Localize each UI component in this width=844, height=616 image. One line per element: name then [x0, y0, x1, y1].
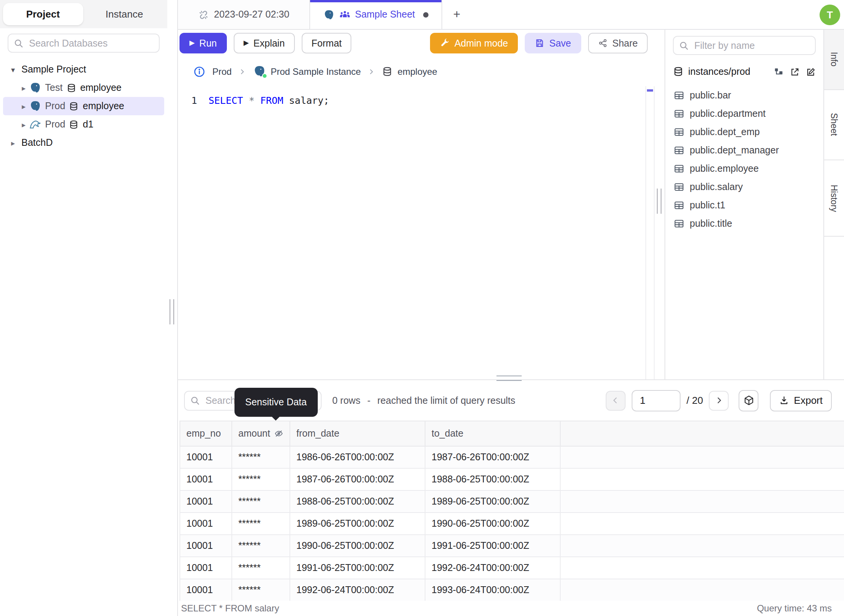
tree-item-prod-employee[interactable]: ▸ Prod employee: [3, 97, 164, 115]
unlink-icon: [198, 9, 209, 20]
table-row[interactable]: 10001 ****** 1988-06-25T00:00:00Z 1989-0…: [179, 491, 844, 513]
info-icon[interactable]: [193, 65, 205, 77]
pagination: / 20 Export: [605, 390, 832, 411]
cube-icon: [743, 395, 755, 406]
save-button[interactable]: Save: [525, 33, 581, 53]
table-row[interactable]: 10001 ****** 1991-06-25T00:00:00Z 1992-0…: [179, 557, 844, 579]
tab-instance[interactable]: Instance: [84, 3, 164, 25]
save-icon: [535, 38, 545, 48]
results-resizer-handle[interactable]: [496, 376, 522, 381]
column-header-to-date[interactable]: to_date: [425, 421, 561, 446]
caret-down-icon[interactable]: ▾: [8, 65, 18, 74]
data-visualization-button[interactable]: [739, 390, 759, 411]
sql-editor[interactable]: 1 SELECT * FROM salary;: [178, 86, 655, 379]
database-name: d1: [83, 119, 94, 130]
caret-right-icon[interactable]: ▸: [18, 120, 29, 129]
tree-item-batchd[interactable]: ▸ BatchD: [3, 134, 164, 152]
user-avatar[interactable]: T: [820, 4, 840, 25]
download-icon: [779, 395, 789, 405]
cell-amount-masked: ******: [232, 447, 290, 468]
schema-table-item[interactable]: public.department: [673, 105, 816, 123]
format-button[interactable]: Format: [302, 33, 352, 53]
breadcrumb-instance[interactable]: Prod Sample Instance: [253, 65, 361, 78]
schema-table-label: public.employee: [690, 163, 759, 174]
filter-by-name-input[interactable]: [673, 36, 816, 55]
admin-mode-button[interactable]: Admin mode: [430, 33, 518, 53]
schema-table-label: public.department: [690, 108, 766, 119]
table-row[interactable]: 10001 ****** 1989-06-25T00:00:00Z 1990-0…: [179, 513, 844, 535]
tree-item-sample-project[interactable]: ▾ Sample Project: [3, 60, 164, 79]
schema-diagram-icon[interactable]: [774, 67, 784, 77]
next-page-button[interactable]: [709, 390, 729, 410]
schema-table-item[interactable]: public.salary: [673, 178, 816, 196]
schema-table-item[interactable]: public.t1: [673, 196, 816, 214]
column-header-emp-no[interactable]: emp_no: [180, 421, 232, 446]
breadcrumb-database[interactable]: employee: [382, 66, 437, 77]
caret-right-icon[interactable]: ▸: [8, 139, 18, 147]
database-icon: [69, 101, 79, 111]
results-summary: 0 rows - reached the limit of query resu…: [332, 395, 515, 406]
schema-table-item[interactable]: public.employee: [673, 160, 816, 178]
column-header-amount[interactable]: amount: [232, 421, 290, 446]
table-row[interactable]: 10001 ****** 1987-06-26T00:00:00Z 1988-0…: [179, 469, 844, 491]
table-row[interactable]: 10001 ****** 1992-06-24T00:00:00Z 1993-0…: [179, 579, 844, 601]
eye-off-icon[interactable]: [274, 429, 283, 438]
executed-sql: SELECT * FROM salary: [181, 603, 279, 614]
breadcrumb-environment[interactable]: Prod: [212, 66, 232, 77]
export-button[interactable]: Export: [770, 390, 832, 411]
play-icon: ▶: [189, 40, 195, 47]
new-tab-button[interactable]: +: [442, 0, 471, 29]
search-icon: [14, 38, 24, 48]
tab-sheet[interactable]: Sheet: [824, 90, 844, 160]
cell-emp-no: 10001: [180, 469, 232, 490]
unsaved-dot-icon: [424, 12, 429, 17]
resizer-handle-icon[interactable]: [170, 299, 174, 324]
search-icon: [190, 395, 200, 405]
tab-project[interactable]: Project: [3, 3, 83, 25]
sidebar-resizer[interactable]: [167, 0, 177, 616]
postgres-icon: [29, 82, 41, 94]
caret-right-icon[interactable]: ▸: [18, 84, 29, 92]
explain-button[interactable]: ▶ Explain: [234, 33, 295, 53]
tab-info[interactable]: Info: [824, 30, 844, 90]
external-link-icon[interactable]: [790, 67, 800, 77]
editor-minimap[interactable]: [645, 86, 655, 379]
schema-table-item[interactable]: public.dept_manager: [673, 141, 816, 160]
sheet-tab-label: 2023-09-27 02:30: [214, 9, 289, 20]
prev-page-button[interactable]: [605, 390, 625, 410]
column-header-filler: [561, 421, 844, 446]
tree-item-prod-d1[interactable]: ▸ Prod d1: [3, 115, 164, 134]
table-icon: [674, 145, 684, 156]
schema-table-item[interactable]: public.bar: [673, 86, 816, 105]
table-row[interactable]: 10001 ****** 1986-06-26T00:00:00Z 1987-0…: [179, 447, 844, 469]
database-icon: [69, 119, 79, 129]
cell-amount-masked: ******: [232, 513, 290, 534]
search-databases-input[interactable]: [8, 34, 160, 53]
share-button[interactable]: Share: [588, 33, 648, 53]
run-button[interactable]: ▶ Run: [179, 33, 227, 53]
play-icon: ▶: [244, 40, 249, 47]
tab-history[interactable]: History: [824, 160, 844, 237]
cell-amount-masked: ******: [232, 469, 290, 490]
resizer-handle-icon[interactable]: [657, 189, 661, 214]
schema-table-item[interactable]: public.title: [673, 214, 816, 233]
sheet-tab-adhoc[interactable]: 2023-09-27 02:30: [178, 0, 310, 29]
project-label: BatchD: [21, 137, 53, 148]
environment-label: Prod: [45, 101, 65, 111]
caret-right-icon[interactable]: ▸: [18, 102, 29, 110]
cell-to-date: 1988-06-25T00:00:00Z: [425, 469, 561, 490]
schema-panel: instances/prod: [665, 30, 823, 379]
cell-amount-masked: ******: [232, 491, 290, 512]
mysql-icon: [29, 118, 41, 131]
sheet-tab-sample-sheet[interactable]: Sample Sheet: [310, 0, 442, 29]
cell-to-date: 1991-06-25T00:00:00Z: [425, 535, 561, 556]
schema-table-item[interactable]: public.dept_emp: [673, 123, 816, 141]
column-header-from-date[interactable]: from_date: [290, 421, 425, 446]
edit-icon[interactable]: [806, 67, 816, 77]
cell-emp-no: 10001: [180, 491, 232, 512]
schema-panel-resizer[interactable]: [655, 30, 665, 379]
table-row[interactable]: 10001 ****** 1990-06-25T00:00:00Z 1991-0…: [179, 535, 844, 557]
tree-item-test-employee[interactable]: ▸ Test employee: [3, 79, 164, 97]
page-number-input[interactable]: [631, 390, 680, 411]
editor-region: ▶ Run ▶ Explain Format: [178, 30, 844, 379]
